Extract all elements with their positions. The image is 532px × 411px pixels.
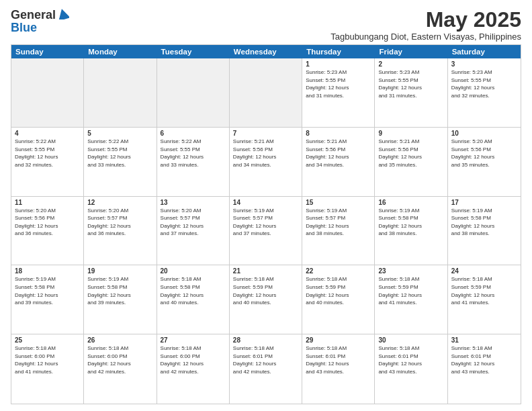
header-monday: Monday — [84, 45, 157, 58]
day-number: 27 — [161, 336, 226, 344]
cell-detail: Sunrise: 5:20 AM Sunset: 5:57 PM Dayligh… — [87, 207, 152, 238]
calendar-row: 18Sunrise: 5:19 AM Sunset: 5:58 PM Dayli… — [11, 265, 521, 334]
svg-marker-0 — [57, 9, 69, 19]
day-number: 28 — [233, 336, 298, 344]
day-number: 8 — [306, 130, 371, 137]
table-row: 5Sunrise: 5:22 AM Sunset: 5:55 PM Daylig… — [84, 128, 157, 196]
header: General Blue May 2025 Tagbubungang Diot,… — [11, 8, 521, 42]
table-row: 17Sunrise: 5:19 AM Sunset: 5:58 PM Dayli… — [448, 197, 521, 265]
cell-detail: Sunrise: 5:23 AM Sunset: 5:55 PM Dayligh… — [451, 68, 517, 99]
logo-triangle-icon — [57, 9, 69, 19]
table-row — [84, 58, 157, 127]
day-number: 1 — [306, 60, 371, 68]
day-number: 5 — [87, 130, 152, 137]
cell-detail: Sunrise: 5:19 AM Sunset: 5:58 PM Dayligh… — [451, 207, 517, 238]
cell-detail: Sunrise: 5:19 AM Sunset: 5:58 PM Dayligh… — [87, 275, 152, 306]
header-saturday: Saturday — [448, 45, 521, 58]
table-row: 9Sunrise: 5:21 AM Sunset: 5:56 PM Daylig… — [375, 128, 447, 196]
table-row: 3Sunrise: 5:23 AM Sunset: 5:55 PM Daylig… — [448, 58, 521, 127]
table-row — [157, 58, 230, 127]
cell-detail: Sunrise: 5:18 AM Sunset: 6:01 PM Dayligh… — [378, 345, 443, 375]
day-number: 16 — [378, 199, 443, 206]
header-tuesday: Tuesday — [157, 45, 230, 58]
table-row: 14Sunrise: 5:19 AM Sunset: 5:57 PM Dayli… — [230, 197, 302, 265]
day-number: 22 — [306, 267, 371, 275]
cell-detail: Sunrise: 5:18 AM Sunset: 6:00 PM Dayligh… — [161, 345, 226, 375]
cell-detail: Sunrise: 5:20 AM Sunset: 5:57 PM Dayligh… — [161, 207, 226, 238]
day-number: 15 — [306, 199, 371, 206]
header-wednesday: Wednesday — [230, 45, 302, 58]
table-row: 30Sunrise: 5:18 AM Sunset: 6:01 PM Dayli… — [375, 334, 447, 404]
table-row: 26Sunrise: 5:18 AM Sunset: 6:00 PM Dayli… — [84, 334, 157, 404]
day-number: 12 — [87, 199, 152, 206]
cell-detail: Sunrise: 5:23 AM Sunset: 5:55 PM Dayligh… — [306, 68, 371, 99]
cell-detail: Sunrise: 5:20 AM Sunset: 5:56 PM Dayligh… — [451, 138, 517, 169]
cell-detail: Sunrise: 5:18 AM Sunset: 5:58 PM Dayligh… — [161, 275, 226, 306]
table-row: 2Sunrise: 5:23 AM Sunset: 5:55 PM Daylig… — [375, 58, 447, 127]
header-friday: Friday — [375, 45, 447, 58]
table-row: 7Sunrise: 5:21 AM Sunset: 5:56 PM Daylig… — [230, 128, 302, 196]
table-row: 16Sunrise: 5:19 AM Sunset: 5:58 PM Dayli… — [375, 197, 447, 265]
cell-detail: Sunrise: 5:18 AM Sunset: 6:01 PM Dayligh… — [306, 345, 371, 375]
main-title: May 2025 — [330, 8, 521, 32]
logo-general-text: General — [11, 8, 56, 22]
cell-detail: Sunrise: 5:19 AM Sunset: 5:57 PM Dayligh… — [306, 207, 371, 238]
table-row: 1Sunrise: 5:23 AM Sunset: 5:55 PM Daylig… — [302, 58, 375, 127]
cell-detail: Sunrise: 5:18 AM Sunset: 6:01 PM Dayligh… — [233, 345, 298, 375]
table-row — [11, 58, 84, 127]
calendar-row: 25Sunrise: 5:18 AM Sunset: 6:00 PM Dayli… — [11, 334, 521, 404]
day-number: 6 — [161, 130, 226, 137]
day-number: 17 — [451, 199, 517, 206]
cell-detail: Sunrise: 5:19 AM Sunset: 5:58 PM Dayligh… — [15, 275, 80, 306]
table-row: 21Sunrise: 5:18 AM Sunset: 5:59 PM Dayli… — [230, 265, 302, 334]
title-section: May 2025 Tagbubungang Diot, Eastern Visa… — [330, 8, 521, 42]
cell-detail: Sunrise: 5:18 AM Sunset: 6:01 PM Dayligh… — [451, 345, 517, 375]
day-number: 9 — [378, 130, 443, 137]
table-row: 25Sunrise: 5:18 AM Sunset: 6:00 PM Dayli… — [11, 334, 84, 404]
cell-detail: Sunrise: 5:18 AM Sunset: 6:00 PM Dayligh… — [87, 345, 152, 375]
table-row — [230, 58, 302, 127]
header-thursday: Thursday — [302, 45, 375, 58]
table-row: 18Sunrise: 5:19 AM Sunset: 5:58 PM Dayli… — [11, 265, 84, 334]
day-number: 14 — [233, 199, 298, 206]
table-row: 11Sunrise: 5:20 AM Sunset: 5:56 PM Dayli… — [11, 197, 84, 265]
cell-detail: Sunrise: 5:20 AM Sunset: 5:56 PM Dayligh… — [15, 207, 80, 238]
table-row: 6Sunrise: 5:22 AM Sunset: 5:55 PM Daylig… — [157, 128, 230, 196]
day-number: 25 — [15, 336, 80, 344]
table-row: 12Sunrise: 5:20 AM Sunset: 5:57 PM Dayli… — [84, 197, 157, 265]
cell-detail: Sunrise: 5:23 AM Sunset: 5:55 PM Dayligh… — [378, 68, 443, 99]
day-number: 21 — [233, 267, 298, 275]
cell-detail: Sunrise: 5:22 AM Sunset: 5:55 PM Dayligh… — [161, 138, 226, 169]
day-number: 19 — [87, 267, 152, 275]
logo-blue-text: Blue — [11, 21, 37, 34]
calendar-row: 4Sunrise: 5:22 AM Sunset: 5:55 PM Daylig… — [11, 128, 521, 197]
table-row: 10Sunrise: 5:20 AM Sunset: 5:56 PM Dayli… — [448, 128, 521, 196]
day-number: 31 — [451, 336, 517, 344]
day-number: 13 — [161, 199, 226, 206]
table-row: 20Sunrise: 5:18 AM Sunset: 5:58 PM Dayli… — [157, 265, 230, 334]
page: General Blue May 2025 Tagbubungang Diot,… — [0, 0, 532, 411]
logo: General Blue — [11, 8, 69, 35]
table-row: 15Sunrise: 5:19 AM Sunset: 5:57 PM Dayli… — [302, 197, 375, 265]
subtitle: Tagbubungang Diot, Eastern Visayas, Phil… — [330, 32, 521, 42]
table-row: 27Sunrise: 5:18 AM Sunset: 6:00 PM Dayli… — [157, 334, 230, 404]
table-row: 19Sunrise: 5:19 AM Sunset: 5:58 PM Dayli… — [84, 265, 157, 334]
table-row: 31Sunrise: 5:18 AM Sunset: 6:01 PM Dayli… — [448, 334, 521, 404]
day-number: 3 — [451, 60, 517, 68]
day-number: 2 — [378, 60, 443, 68]
day-number: 18 — [15, 267, 80, 275]
day-number: 11 — [15, 199, 80, 206]
calendar-body: 1Sunrise: 5:23 AM Sunset: 5:55 PM Daylig… — [11, 58, 521, 404]
cell-detail: Sunrise: 5:18 AM Sunset: 6:00 PM Dayligh… — [15, 345, 80, 375]
cell-detail: Sunrise: 5:18 AM Sunset: 5:59 PM Dayligh… — [378, 275, 443, 306]
calendar: Sunday Monday Tuesday Wednesday Thursday… — [11, 44, 521, 404]
cell-detail: Sunrise: 5:18 AM Sunset: 5:59 PM Dayligh… — [306, 275, 371, 306]
table-row: 28Sunrise: 5:18 AM Sunset: 6:01 PM Dayli… — [230, 334, 302, 404]
table-row: 13Sunrise: 5:20 AM Sunset: 5:57 PM Dayli… — [157, 197, 230, 265]
day-number: 10 — [451, 130, 517, 137]
cell-detail: Sunrise: 5:22 AM Sunset: 5:55 PM Dayligh… — [15, 138, 80, 169]
calendar-row: 11Sunrise: 5:20 AM Sunset: 5:56 PM Dayli… — [11, 197, 521, 266]
day-number: 29 — [306, 336, 371, 344]
cell-detail: Sunrise: 5:18 AM Sunset: 5:59 PM Dayligh… — [451, 275, 517, 306]
day-number: 23 — [378, 267, 443, 275]
